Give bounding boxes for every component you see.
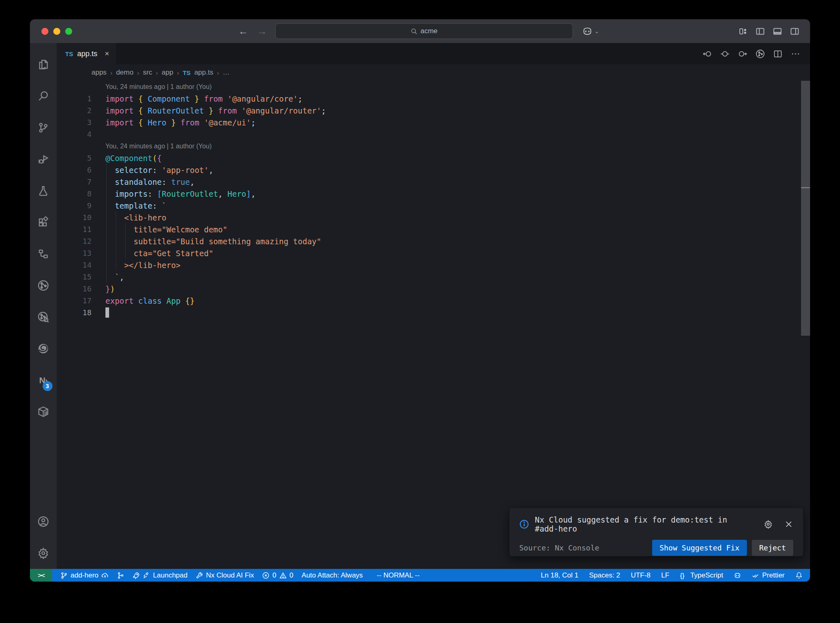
line-number[interactable]: 16 [57,284,91,293]
statusbar-branch-indicator[interactable]: add-hero [60,571,109,580]
line-number[interactable]: 7 [57,177,91,186]
code-line-14[interactable]: 14 ></lib-hero> [57,259,810,271]
code-line-9[interactable]: 9 template: ` [57,200,810,211]
statusbar-indentation[interactable]: Spaces: 2 [589,571,620,580]
tab-close-icon[interactable]: × [105,49,109,58]
blame-annotation[interactable]: You, 24 minutes ago | 1 author (You) [57,140,810,152]
toggle-panel-icon[interactable] [773,27,782,36]
statusbar-auto-attach[interactable]: Auto Attach: Always [301,571,363,580]
code-line-17[interactable]: 17export class App {} [57,295,810,307]
breadcrumb-item-demo[interactable]: demo [116,68,134,77]
activitybar-source-control-icon[interactable] [34,112,53,143]
statusbar-encoding[interactable]: UTF-8 [631,571,651,580]
history-forward-icon[interactable]: → [257,25,267,37]
line-number[interactable]: 4 [57,130,91,139]
line-number[interactable]: 9 [57,201,91,210]
activitybar-run-and-debug-icon[interactable] [34,143,53,175]
zoom-window-button[interactable] [65,28,72,35]
line-number[interactable]: 5 [57,154,91,162]
code-line-6[interactable]: 6 selector: 'app-root', [57,164,810,176]
close-icon[interactable] [784,520,793,529]
statusbar-problems[interactable]: 00 [262,571,293,580]
breadcrumb-file[interactable]: app.ts [194,68,213,77]
statusbar-nx-cloud-ai-fix[interactable]: Nx Cloud AI Fix [196,571,254,580]
line-number[interactable]: 11 [57,225,91,234]
code-editor[interactable]: You, 24 minutes ago | 1 author (You)1imp… [57,81,810,569]
activitybar-settings-gear-icon[interactable] [34,537,53,569]
statusbar-cursor-position[interactable]: Ln 18, Col 1 [541,571,579,580]
line-number[interactable]: 3 [57,118,91,127]
statusbar-notifications[interactable] [795,572,803,579]
code-line-11[interactable]: 11 title="Welcmoe demo" [57,223,810,235]
reject-button[interactable]: Reject [752,540,793,556]
nav-forward-icon[interactable] [738,49,747,59]
code-line-7[interactable]: 7 standalone: true, [57,176,810,188]
code-line-8[interactable]: 8 imports: [RouterOutlet, Hero], [57,188,810,200]
line-number[interactable]: 17 [57,296,91,305]
code-line-5[interactable]: 5@Component({ [57,152,810,164]
minimize-window-button[interactable] [53,28,60,35]
line-number[interactable]: 14 [57,261,91,269]
breadcrumb-item-app[interactable]: app [162,68,173,77]
close-window-button[interactable] [41,28,48,35]
line-number[interactable]: 6 [57,166,91,174]
code-line-3[interactable]: 3import { Hero } from '@acme/ui'; [57,116,810,128]
titlebar[interactable]: ← → acme ⌄ [30,19,810,43]
code-line-13[interactable]: 13 cta="Get Started" [57,247,810,259]
line-number[interactable]: 1 [57,94,91,103]
statusbar-language-mode[interactable]: {}TypeScript [680,571,723,580]
activitybar-accounts-icon[interactable] [34,506,53,537]
more-actions-icon[interactable] [791,49,800,59]
activitybar-project-hierarchy-icon[interactable] [34,238,53,270]
statusbar-copilot[interactable] [734,572,741,579]
code-line-4[interactable]: 4 [57,128,810,140]
code-line-2[interactable]: 2import { RouterOutlet } from '@angular/… [57,105,810,116]
line-number[interactable]: 8 [57,189,91,198]
statusbar-git-graph[interactable] [117,572,124,579]
breadcrumb-item-apps[interactable]: apps [91,68,107,77]
activitybar-testing-icon[interactable] [34,175,53,207]
activitybar-nx-console-icon[interactable]: N›3 [34,364,53,396]
toggle-primary-sidebar-icon[interactable] [756,27,765,36]
nav-back-icon[interactable] [703,49,712,59]
code-line-16[interactable]: 16}) [57,283,810,295]
statusbar-eol[interactable]: LF [661,571,669,580]
history-back-icon[interactable]: ← [238,25,248,37]
run-graph-icon[interactable] [756,49,765,59]
activitybar-search-icon[interactable] [34,80,53,112]
breadcrumb[interactable]: apps›demo›src›app›TSapp.ts›… [57,64,810,81]
activitybar-nx-graph-search-icon[interactable] [34,301,53,333]
code-line-10[interactable]: 10 <lib-hero [57,211,810,223]
line-number[interactable]: 15 [57,273,91,281]
nav-location-icon[interactable] [720,49,730,59]
line-number[interactable]: 2 [57,106,91,115]
statusbar-vim-mode[interactable]: -- NORMAL -- [377,571,420,580]
scrollbar-thumb[interactable] [801,81,810,336]
gear-icon[interactable] [764,520,773,529]
show-suggested-fix-button[interactable]: Show Suggested Fix [652,540,747,556]
tab-app-ts[interactable]: TS app.ts × [57,43,117,64]
code-line-18[interactable]: 18 [57,307,810,318]
breadcrumb-symbol-tail[interactable]: … [223,68,230,77]
activitybar-edge-devtools-icon[interactable] [34,333,53,364]
customize-layout-icon[interactable] [738,27,748,36]
command-center-search[interactable]: acme [275,23,573,39]
statusbar-formatter[interactable]: Prettier [752,571,785,580]
code-line-15[interactable]: 15 `, [57,271,810,283]
activitybar-extensions-icon[interactable] [34,207,53,238]
code-line-12[interactable]: 12 subtitle="Build something amazing tod… [57,235,810,247]
code-line-1[interactable]: 1import { Component } from '@angular/cor… [57,93,810,105]
blame-annotation[interactable]: You, 24 minutes ago | 1 author (You) [57,81,810,93]
activitybar-nx-graph-icon[interactable] [34,270,53,301]
line-number[interactable]: 13 [57,249,91,257]
activitybar-explorer-icon[interactable] [34,49,53,80]
breadcrumb-item-src[interactable]: src [143,68,152,77]
line-number[interactable]: 18 [57,308,91,317]
line-number[interactable]: 12 [57,237,91,246]
statusbar-launchpad[interactable]: Launchpad [132,571,187,580]
toggle-secondary-sidebar-icon[interactable] [790,27,799,36]
remote-indicator[interactable]: >< [30,569,52,582]
line-number[interactable]: 10 [57,213,91,222]
split-editor-icon[interactable] [773,49,783,59]
activitybar-container-tools-icon[interactable] [34,396,53,427]
